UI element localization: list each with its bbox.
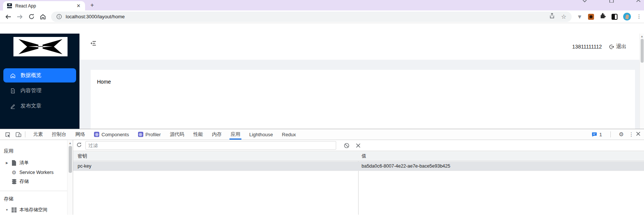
column-header-value[interactable]: 值 [358,153,644,159]
cell-value[interactable]: ba5da0c6-8007-4e22-ae7e-bace5e93b425 [358,163,644,169]
refresh-icon[interactable] [28,13,35,20]
home-icon[interactable] [40,13,46,20]
clear-icon[interactable] [356,143,361,148]
tree-label: 清单 [19,160,29,166]
page-scrollbar[interactable]: ▲ [640,34,644,129]
tab-label: 源代码 [170,131,184,138]
app-logo [13,37,68,56]
tree-item-storage[interactable]: 存储 [0,177,67,186]
bookmark-star-icon[interactable]: ☆ [561,14,566,20]
tree-label: Service Workers [19,170,53,175]
tab-label: Lighthouse [249,132,273,137]
collapse-arrow-icon[interactable]: ▼ [5,208,9,212]
tab-sources[interactable]: 源代码 [165,129,189,140]
forward-icon[interactable] [16,13,23,20]
logout-button[interactable]: 退出 [609,43,626,50]
application-tree: ▶ 清单 ⚙ Service Workers 存储 [0,158,67,186]
file-icon [10,88,16,94]
block-icon[interactable] [344,143,350,149]
application-panel: 应用 ▶ 清单 ⚙ Service Workers [0,140,644,215]
sidebar-item-publish-article[interactable]: 发布文章 [3,99,76,113]
tab-profiler[interactable]: Profiler [134,129,165,140]
vue-devtools-icon[interactable]: ▼ [577,13,582,20]
scroll-up-icon[interactable]: ▲ [68,140,73,145]
scrollbar-thumb[interactable] [641,39,644,63]
tree-item-manifest[interactable]: ▶ 清单 [0,158,67,168]
tab-label: 控制台 [52,131,66,138]
devtools-toolbar-right: 1 ⚙ ⋮ [591,129,641,140]
user-area: 13811111112 退出 [572,34,626,60]
sidebar-scrollbar[interactable]: ▲ [67,140,73,215]
react-app-layout: 数据概览 内容管理 发布文章 [0,34,644,129]
tree-item-service-workers[interactable]: ⚙ Service Workers [0,168,67,177]
tab-network[interactable]: 网络 [71,129,90,140]
tab-memory[interactable]: 内存 [207,129,226,140]
chevron-down-icon[interactable] [582,0,587,3]
device-toolbar-icon[interactable] [15,131,22,138]
menu-fold-icon[interactable] [90,40,97,47]
toolbar-divider [610,131,611,137]
tab-label: 网络 [75,131,85,138]
devtools-menu-icon[interactable]: ⋮ [629,134,631,135]
devtools-close-icon[interactable] [636,131,641,138]
storage-view: 密钥 值 pc-key ba5da0c6-8007-4e22-ae7e-bace… [73,140,644,215]
tab-application[interactable]: 应用 [226,129,245,140]
menu-label: 内容管理 [21,87,41,94]
tab-close-icon[interactable]: ✕ [76,3,81,9]
refresh-storage-icon[interactable] [76,142,82,149]
tab-components[interactable]: Components [90,129,134,140]
tab-lighthouse[interactable]: Lighthouse [245,129,278,140]
local-storage-grid-icon [11,208,17,212]
tab-label: Redux [282,132,296,137]
profile-avatar[interactable] [623,13,631,21]
app-main: 13811111112 退出 Home [79,34,644,129]
share-icon[interactable] [549,13,555,21]
tab-redux[interactable]: Redux [278,129,301,140]
new-tab-button[interactable]: + [88,1,96,9]
tab-console[interactable]: 控制台 [47,129,71,140]
sidebar-item-data-overview[interactable]: 数据概览 [3,68,76,82]
logout-icon [609,44,614,50]
tab-performance[interactable]: 性能 [189,129,207,140]
section-application: 应用 [4,148,67,155]
page-info-icon[interactable] [56,14,62,19]
cell-key[interactable]: pc-key [73,163,358,169]
table-row[interactable]: pc-key ba5da0c6-8007-4e22-ae7e-bace5e93b… [73,162,644,171]
tree-item-local-storage[interactable]: ▼ 本地存储空间 [0,205,67,215]
maximize-icon[interactable] [609,0,614,3]
chevron-up-icon[interactable] [636,0,641,3]
manifest-file-icon [11,160,17,166]
react-icon [94,132,99,137]
tree-label: 本地存储空间 [19,207,47,213]
edit-pen-icon [10,103,16,109]
extensions-puzzle-icon[interactable] [600,13,606,21]
tab-favicon-icon [7,3,12,9]
console-messages-button[interactable]: 1 [591,131,602,137]
content-card: Home [91,70,635,129]
inspect-element-icon[interactable] [4,131,11,138]
service-worker-gear-icon: ⚙ [11,169,17,175]
expand-arrow-icon[interactable]: ▶ [5,161,9,165]
url-text[interactable]: localhost:3000/layout/home [66,14,543,19]
sidepanel-extension-icon[interactable] [612,14,618,20]
devtools-toolbar: 元素 控制台 网络 Components Profiler 源代码 性能 内存 … [0,129,644,140]
app-content: Home [79,60,644,129]
orange-extension-icon[interactable] [588,14,594,20]
window-controls[interactable] [582,0,641,3]
filter-input[interactable] [85,141,336,150]
tab-strip: React App ✕ + [0,0,644,10]
x-logo-icon [15,38,66,55]
devtools-tabs: 元素 控制台 网络 Components Profiler 源代码 性能 内存 … [29,129,300,140]
scroll-up-icon[interactable]: ▲ [640,34,644,38]
sidebar-item-content-management[interactable]: 内容管理 [3,84,76,98]
grid-header-row: 密钥 值 [73,152,644,161]
back-icon[interactable] [5,13,12,20]
address-bar[interactable]: localhost:3000/layout/home ☆ [51,12,572,22]
tab-elements[interactable]: 元素 [29,129,47,140]
browser-tab[interactable]: React App ✕ [3,1,85,10]
scrollbar-thumb[interactable] [69,146,72,173]
storage-filter-bar [73,140,644,151]
column-header-key[interactable]: 密钥 [73,153,358,159]
browser-menu-icon[interactable]: ⋮ [637,16,639,18]
settings-gear-icon[interactable]: ⚙ [619,131,624,138]
